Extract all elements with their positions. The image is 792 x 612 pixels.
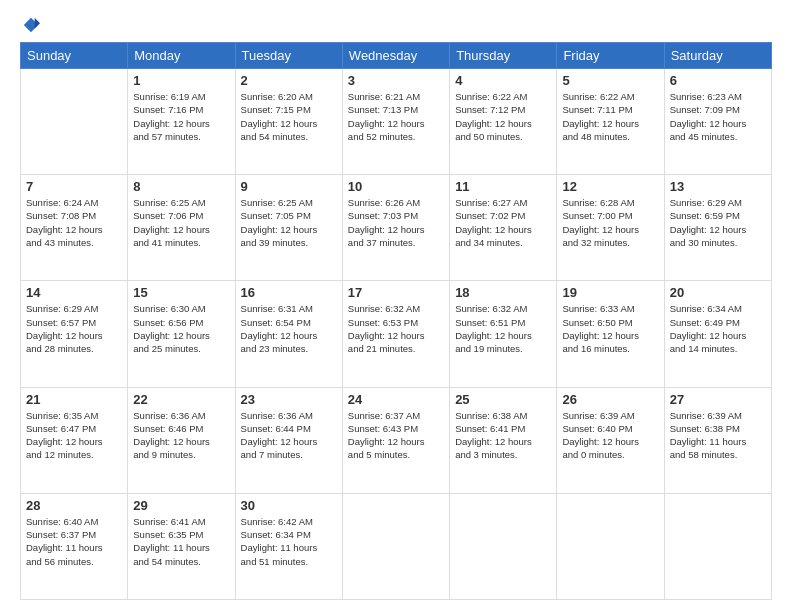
- day-info: Sunrise: 6:29 AM Sunset: 6:59 PM Dayligh…: [670, 196, 766, 249]
- day-number: 17: [348, 285, 444, 300]
- calendar-cell: 28Sunrise: 6:40 AM Sunset: 6:37 PM Dayli…: [21, 493, 128, 599]
- day-number: 12: [562, 179, 658, 194]
- day-info: Sunrise: 6:39 AM Sunset: 6:40 PM Dayligh…: [562, 409, 658, 462]
- calendar-cell: 13Sunrise: 6:29 AM Sunset: 6:59 PM Dayli…: [664, 175, 771, 281]
- calendar-cell: 8Sunrise: 6:25 AM Sunset: 7:06 PM Daylig…: [128, 175, 235, 281]
- calendar-cell: 29Sunrise: 6:41 AM Sunset: 6:35 PM Dayli…: [128, 493, 235, 599]
- day-number: 19: [562, 285, 658, 300]
- calendar-cell: [557, 493, 664, 599]
- day-info: Sunrise: 6:27 AM Sunset: 7:02 PM Dayligh…: [455, 196, 551, 249]
- day-info: Sunrise: 6:19 AM Sunset: 7:16 PM Dayligh…: [133, 90, 229, 143]
- calendar-cell: 25Sunrise: 6:38 AM Sunset: 6:41 PM Dayli…: [450, 387, 557, 493]
- calendar-cell: 7Sunrise: 6:24 AM Sunset: 7:08 PM Daylig…: [21, 175, 128, 281]
- calendar-cell: [450, 493, 557, 599]
- day-number: 1: [133, 73, 229, 88]
- day-number: 30: [241, 498, 337, 513]
- calendar-cell: [342, 493, 449, 599]
- calendar-cell: [21, 69, 128, 175]
- day-number: 10: [348, 179, 444, 194]
- day-info: Sunrise: 6:31 AM Sunset: 6:54 PM Dayligh…: [241, 302, 337, 355]
- day-number: 20: [670, 285, 766, 300]
- week-row-3: 14Sunrise: 6:29 AM Sunset: 6:57 PM Dayli…: [21, 281, 772, 387]
- day-header-saturday: Saturday: [664, 43, 771, 69]
- calendar-cell: 17Sunrise: 6:32 AM Sunset: 6:53 PM Dayli…: [342, 281, 449, 387]
- day-info: Sunrise: 6:35 AM Sunset: 6:47 PM Dayligh…: [26, 409, 122, 462]
- day-number: 2: [241, 73, 337, 88]
- day-info: Sunrise: 6:41 AM Sunset: 6:35 PM Dayligh…: [133, 515, 229, 568]
- calendar-cell: 27Sunrise: 6:39 AM Sunset: 6:38 PM Dayli…: [664, 387, 771, 493]
- day-info: Sunrise: 6:30 AM Sunset: 6:56 PM Dayligh…: [133, 302, 229, 355]
- week-row-4: 21Sunrise: 6:35 AM Sunset: 6:47 PM Dayli…: [21, 387, 772, 493]
- week-row-5: 28Sunrise: 6:40 AM Sunset: 6:37 PM Dayli…: [21, 493, 772, 599]
- day-number: 14: [26, 285, 122, 300]
- day-number: 6: [670, 73, 766, 88]
- calendar-cell: 21Sunrise: 6:35 AM Sunset: 6:47 PM Dayli…: [21, 387, 128, 493]
- day-info: Sunrise: 6:32 AM Sunset: 6:53 PM Dayligh…: [348, 302, 444, 355]
- calendar-cell: 14Sunrise: 6:29 AM Sunset: 6:57 PM Dayli…: [21, 281, 128, 387]
- day-number: 23: [241, 392, 337, 407]
- calendar-cell: 12Sunrise: 6:28 AM Sunset: 7:00 PM Dayli…: [557, 175, 664, 281]
- calendar-cell: 6Sunrise: 6:23 AM Sunset: 7:09 PM Daylig…: [664, 69, 771, 175]
- day-info: Sunrise: 6:42 AM Sunset: 6:34 PM Dayligh…: [241, 515, 337, 568]
- header: [20, 16, 772, 34]
- day-number: 15: [133, 285, 229, 300]
- day-info: Sunrise: 6:24 AM Sunset: 7:08 PM Dayligh…: [26, 196, 122, 249]
- day-info: Sunrise: 6:22 AM Sunset: 7:12 PM Dayligh…: [455, 90, 551, 143]
- day-info: Sunrise: 6:38 AM Sunset: 6:41 PM Dayligh…: [455, 409, 551, 462]
- logo-icon: [22, 16, 40, 34]
- day-header-monday: Monday: [128, 43, 235, 69]
- day-info: Sunrise: 6:25 AM Sunset: 7:06 PM Dayligh…: [133, 196, 229, 249]
- day-info: Sunrise: 6:25 AM Sunset: 7:05 PM Dayligh…: [241, 196, 337, 249]
- calendar-cell: 15Sunrise: 6:30 AM Sunset: 6:56 PM Dayli…: [128, 281, 235, 387]
- day-number: 18: [455, 285, 551, 300]
- day-number: 7: [26, 179, 122, 194]
- calendar-cell: 22Sunrise: 6:36 AM Sunset: 6:46 PM Dayli…: [128, 387, 235, 493]
- day-header-wednesday: Wednesday: [342, 43, 449, 69]
- calendar-cell: 23Sunrise: 6:36 AM Sunset: 6:44 PM Dayli…: [235, 387, 342, 493]
- logo-text: [20, 16, 40, 34]
- day-number: 11: [455, 179, 551, 194]
- day-header-thursday: Thursday: [450, 43, 557, 69]
- calendar-cell: 26Sunrise: 6:39 AM Sunset: 6:40 PM Dayli…: [557, 387, 664, 493]
- week-row-2: 7Sunrise: 6:24 AM Sunset: 7:08 PM Daylig…: [21, 175, 772, 281]
- day-number: 21: [26, 392, 122, 407]
- day-info: Sunrise: 6:34 AM Sunset: 6:49 PM Dayligh…: [670, 302, 766, 355]
- day-info: Sunrise: 6:20 AM Sunset: 7:15 PM Dayligh…: [241, 90, 337, 143]
- logo: [20, 16, 40, 34]
- calendar-cell: 3Sunrise: 6:21 AM Sunset: 7:13 PM Daylig…: [342, 69, 449, 175]
- calendar-header-row: SundayMondayTuesdayWednesdayThursdayFrid…: [21, 43, 772, 69]
- day-info: Sunrise: 6:28 AM Sunset: 7:00 PM Dayligh…: [562, 196, 658, 249]
- calendar-cell: 11Sunrise: 6:27 AM Sunset: 7:02 PM Dayli…: [450, 175, 557, 281]
- day-number: 5: [562, 73, 658, 88]
- day-info: Sunrise: 6:36 AM Sunset: 6:46 PM Dayligh…: [133, 409, 229, 462]
- day-info: Sunrise: 6:36 AM Sunset: 6:44 PM Dayligh…: [241, 409, 337, 462]
- calendar-cell: 9Sunrise: 6:25 AM Sunset: 7:05 PM Daylig…: [235, 175, 342, 281]
- calendar-cell: 2Sunrise: 6:20 AM Sunset: 7:15 PM Daylig…: [235, 69, 342, 175]
- day-info: Sunrise: 6:39 AM Sunset: 6:38 PM Dayligh…: [670, 409, 766, 462]
- day-header-friday: Friday: [557, 43, 664, 69]
- day-info: Sunrise: 6:22 AM Sunset: 7:11 PM Dayligh…: [562, 90, 658, 143]
- calendar-table: SundayMondayTuesdayWednesdayThursdayFrid…: [20, 42, 772, 600]
- day-number: 26: [562, 392, 658, 407]
- day-info: Sunrise: 6:21 AM Sunset: 7:13 PM Dayligh…: [348, 90, 444, 143]
- day-info: Sunrise: 6:23 AM Sunset: 7:09 PM Dayligh…: [670, 90, 766, 143]
- day-number: 27: [670, 392, 766, 407]
- svg-marker-1: [35, 18, 40, 29]
- day-header-tuesday: Tuesday: [235, 43, 342, 69]
- calendar-cell: 4Sunrise: 6:22 AM Sunset: 7:12 PM Daylig…: [450, 69, 557, 175]
- calendar-cell: 18Sunrise: 6:32 AM Sunset: 6:51 PM Dayli…: [450, 281, 557, 387]
- calendar-cell: 19Sunrise: 6:33 AM Sunset: 6:50 PM Dayli…: [557, 281, 664, 387]
- calendar-cell: 24Sunrise: 6:37 AM Sunset: 6:43 PM Dayli…: [342, 387, 449, 493]
- day-info: Sunrise: 6:26 AM Sunset: 7:03 PM Dayligh…: [348, 196, 444, 249]
- day-number: 9: [241, 179, 337, 194]
- day-header-sunday: Sunday: [21, 43, 128, 69]
- day-info: Sunrise: 6:32 AM Sunset: 6:51 PM Dayligh…: [455, 302, 551, 355]
- day-number: 24: [348, 392, 444, 407]
- day-number: 16: [241, 285, 337, 300]
- day-number: 4: [455, 73, 551, 88]
- day-number: 3: [348, 73, 444, 88]
- calendar-cell: 16Sunrise: 6:31 AM Sunset: 6:54 PM Dayli…: [235, 281, 342, 387]
- day-info: Sunrise: 6:29 AM Sunset: 6:57 PM Dayligh…: [26, 302, 122, 355]
- day-number: 13: [670, 179, 766, 194]
- day-number: 22: [133, 392, 229, 407]
